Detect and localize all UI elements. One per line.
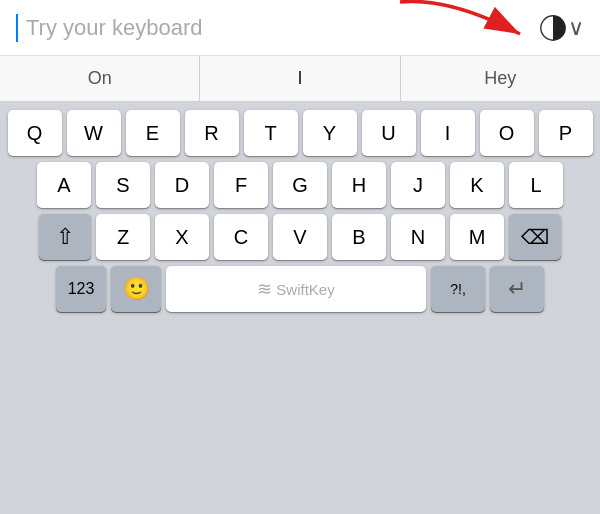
theme-toggle-icon[interactable]	[538, 13, 568, 43]
key-f[interactable]: F	[214, 162, 268, 208]
key-row-1: Q W E R T Y U I O P	[3, 110, 597, 156]
key-emoji[interactable]: 🙂	[111, 266, 161, 312]
key-row-3: ⇧ Z X C V B N M ⌫	[3, 214, 597, 260]
swiftkey-label: SwiftKey	[276, 281, 334, 298]
key-space[interactable]: ≋ SwiftKey	[166, 266, 426, 312]
key-o[interactable]: O	[480, 110, 534, 156]
chevron-down-icon[interactable]: ∨	[568, 15, 584, 41]
key-d[interactable]: D	[155, 162, 209, 208]
key-e[interactable]: E	[126, 110, 180, 156]
key-row-4: 123 🙂 ≋ SwiftKey ?!, ↵	[3, 266, 597, 312]
key-h[interactable]: H	[332, 162, 386, 208]
key-v[interactable]: V	[273, 214, 327, 260]
key-c[interactable]: C	[214, 214, 268, 260]
key-i[interactable]: I	[421, 110, 475, 156]
key-k[interactable]: K	[450, 162, 504, 208]
text-cursor	[16, 14, 18, 42]
swiftkey-logo-icon: ≋	[257, 278, 272, 300]
key-punctuation[interactable]: ?!,	[431, 266, 485, 312]
key-return[interactable]: ↵	[490, 266, 544, 312]
key-m[interactable]: M	[450, 214, 504, 260]
key-j[interactable]: J	[391, 162, 445, 208]
key-q[interactable]: Q	[8, 110, 62, 156]
key-l[interactable]: L	[509, 162, 563, 208]
key-123[interactable]: 123	[56, 266, 106, 312]
key-shift[interactable]: ⇧	[39, 214, 91, 260]
keyboard: Q W E R T Y U I O P A S D F G H J K L ⇧ …	[0, 102, 600, 514]
key-g[interactable]: G	[273, 162, 327, 208]
key-w[interactable]: W	[67, 110, 121, 156]
key-x[interactable]: X	[155, 214, 209, 260]
key-y[interactable]: Y	[303, 110, 357, 156]
autocomplete-item-i[interactable]: I	[200, 56, 400, 101]
input-placeholder: Try your keyboard	[26, 15, 538, 41]
key-r[interactable]: R	[185, 110, 239, 156]
key-n[interactable]: N	[391, 214, 445, 260]
key-u[interactable]: U	[362, 110, 416, 156]
key-delete[interactable]: ⌫	[509, 214, 561, 260]
swiftkey-logo: ≋ SwiftKey	[257, 278, 334, 300]
key-t[interactable]: T	[244, 110, 298, 156]
key-z[interactable]: Z	[96, 214, 150, 260]
autocomplete-item-on[interactable]: On	[0, 56, 200, 101]
autocomplete-item-hey[interactable]: Hey	[401, 56, 600, 101]
key-s[interactable]: S	[96, 162, 150, 208]
input-bar[interactable]: Try your keyboard ∨	[0, 0, 600, 56]
key-b[interactable]: B	[332, 214, 386, 260]
key-p[interactable]: P	[539, 110, 593, 156]
key-a[interactable]: A	[37, 162, 91, 208]
autocomplete-bar: On I Hey	[0, 56, 600, 102]
key-row-2: A S D F G H J K L	[3, 162, 597, 208]
